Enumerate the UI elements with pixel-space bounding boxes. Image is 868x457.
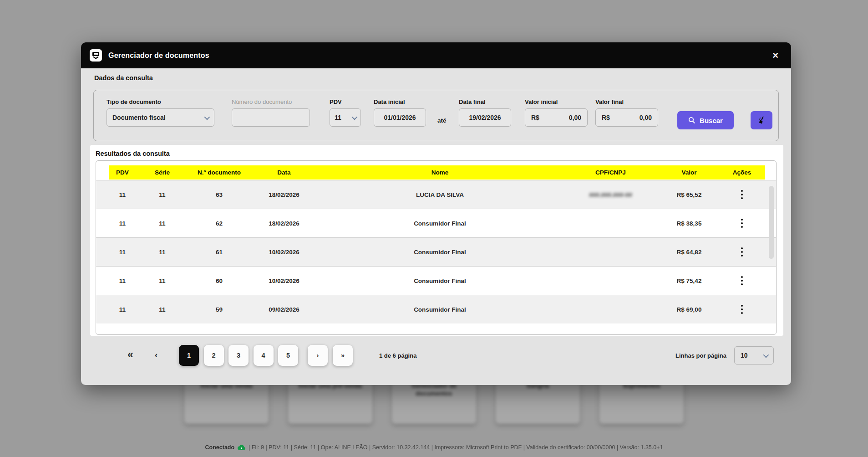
table-row[interactable]: 11 11 61 10/02/2026 Consumidor Final R$ … [96,237,776,266]
cell-documento: 61 [188,249,250,256]
end-date-input[interactable]: 19/02/2026 [459,108,511,127]
start-value-input[interactable]: R$ 0,00 [525,108,588,127]
dialog-header: Gerenciador de documentos × [81,42,791,68]
cell-pdv: 11 [109,249,136,256]
search-button-label: Buscar [700,117,723,124]
column-header: Data [250,169,318,176]
pdv-select[interactable]: 11 [330,108,361,127]
page-buttons: 1 2 3 4 5 [179,345,298,366]
results-panel: Resultados da consulta PDV Série N.º doc… [90,145,783,336]
currency-prefix: R$ [531,114,539,121]
cell-valor: R$ 75,42 [660,277,719,284]
pdv-value: 11 [335,114,341,121]
status-info: | Fil: 9 | PDV: 11 | Série: 11 | Ope: AL… [249,444,663,451]
cell-nome: Consumidor Final [318,220,562,227]
document-type-label: Tipo de documento [107,98,214,105]
page-button[interactable]: 1 [179,345,199,366]
page-summary: 1 de 6 página [379,352,416,359]
start-date-label: Data inicial [374,98,426,105]
start-value-label: Valor inicial [525,98,588,105]
cell-data: 18/02/2026 [250,220,318,227]
document-type-value: Documento fiscal [112,114,166,121]
page-button[interactable]: 5 [278,345,298,366]
query-form: Tipo de documento Documento fiscal Númer… [93,90,779,141]
first-page-icon[interactable]: « [127,349,133,361]
page-button[interactable]: 4 [254,345,274,366]
cell-cpf: ###.###.###-## [562,191,660,198]
table-header: PDV Série N.º documento Data Nome CPF/CN… [96,161,776,180]
end-value-label: Valor final [595,98,658,105]
row-actions-menu-icon[interactable] [739,246,745,259]
close-icon[interactable]: × [772,51,778,61]
cell-nome: Consumidor Final [318,249,562,256]
until-label: até [437,117,447,124]
column-header: Ações [719,169,765,176]
chevron-down-icon [352,114,358,120]
cell-documento: 59 [188,306,250,313]
cell-pdv: 11 [109,277,136,284]
query-section-title: Dados da consulta [94,74,153,82]
connected-status-label: Conectado [205,444,235,451]
cell-pdv: 11 [109,191,136,198]
previous-page-icon[interactable]: ‹ [155,350,157,360]
table-row[interactable]: 11 11 62 18/02/2026 Consumidor Final R$ … [96,209,776,237]
next-page-icon[interactable]: › [308,345,328,366]
chevron-down-icon [204,114,210,120]
pdv-label: PDV [330,98,361,105]
last-page-icon[interactable]: » [333,345,353,366]
rows-per-page-value: 10 [741,352,748,359]
search-button[interactable]: Buscar [677,111,734,129]
column-header: Série [136,169,188,176]
clear-filters-button[interactable] [751,111,772,129]
table-body: 11 11 63 18/02/2026 LUCIA DA SILVA ###.#… [96,180,776,323]
row-actions-menu-icon[interactable] [739,274,745,288]
page-button[interactable]: 2 [204,345,224,366]
cell-serie: 11 [136,220,188,227]
document-manager-icon [90,49,102,62]
cell-valor: R$ 38,35 [660,220,719,227]
currency-prefix: R$ [602,114,610,121]
pagination-bar: « ‹ 1 2 3 4 5 › » 1 de 6 página Linhas p… [81,345,791,366]
end-date-label: Data final [459,98,511,105]
start-value-field: Valor inicial R$ 0,00 [525,98,588,127]
cell-data: 10/02/2026 [250,249,318,256]
column-header: Nome [318,169,562,176]
cell-documento: 60 [188,277,250,284]
cell-serie: 11 [136,191,188,198]
cell-documento: 63 [188,191,250,198]
results-table: PDV Série N.º documento Data Nome CPF/CN… [96,160,777,335]
cloud-sync-icon [237,444,246,451]
start-value-amount: 0,00 [569,114,581,121]
start-date-input[interactable]: 01/01/2026 [374,108,426,127]
status-bar: Conectado | Fil: 9 | PDV: 11 | Série: 11… [0,444,868,451]
cell-pdv: 11 [109,306,136,313]
table-row[interactable]: 11 11 59 09/02/2026 Consumidor Final R$ … [96,295,776,323]
column-header: CPF/CNPJ [562,169,660,176]
cell-nome: LUCIA DA SILVA [318,191,562,198]
search-icon [688,117,695,124]
table-scrollbar[interactable] [769,186,774,259]
cell-valor: R$ 64,82 [660,249,719,256]
column-header: PDV [109,169,136,176]
table-row[interactable]: 11 11 60 10/02/2026 Consumidor Final R$ … [96,266,776,295]
row-actions-menu-icon[interactable] [739,188,745,201]
cell-pdv: 11 [109,220,136,227]
document-number-input[interactable] [232,109,310,126]
document-type-field: Tipo de documento Documento fiscal [107,98,214,127]
table-row[interactable]: 11 11 63 18/02/2026 LUCIA DA SILVA ###.#… [96,180,776,209]
document-type-select[interactable]: Documento fiscal [107,108,214,127]
cell-serie: 11 [136,249,188,256]
column-header: N.º documento [188,169,250,176]
end-value-amount: 0,00 [640,114,652,121]
results-section-title: Resultados da consulta [96,150,170,157]
document-number-input-wrap [232,108,310,127]
start-date-field: Data inicial 01/01/2026 [374,98,426,127]
page-button[interactable]: 3 [228,345,249,366]
cell-data: 09/02/2026 [250,306,318,313]
row-actions-menu-icon[interactable] [739,217,745,230]
row-actions-menu-icon[interactable] [739,303,745,316]
rows-per-page-select[interactable]: 10 [734,346,774,365]
cell-nome: Consumidor Final [318,277,562,284]
cell-documento: 62 [188,220,250,227]
end-value-input[interactable]: R$ 0,00 [595,108,658,127]
